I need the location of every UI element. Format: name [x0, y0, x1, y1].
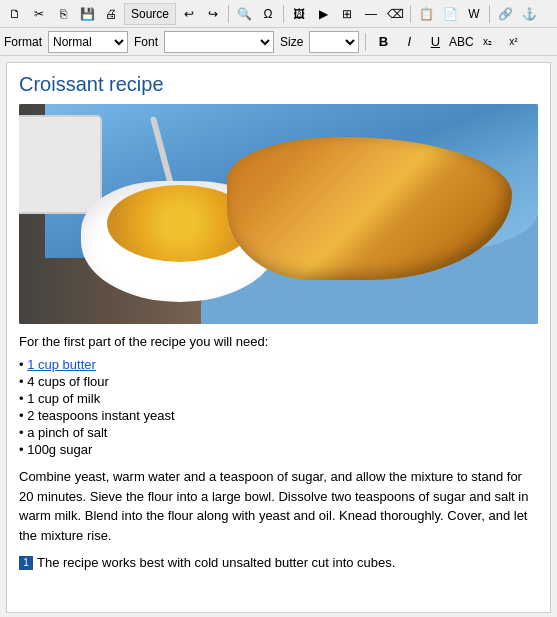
toolbar-row2: Format Normal Font Size B I U ABC x₂ x²	[0, 28, 557, 56]
image-cup	[19, 115, 102, 214]
size-label: Size	[280, 35, 303, 49]
find-button[interactable]: 🔍	[233, 3, 255, 25]
print-button[interactable]: 🖨	[100, 3, 122, 25]
source-label: Source	[131, 7, 169, 21]
format-select[interactable]: Normal	[48, 31, 128, 53]
body-text: Combine yeast, warm water and a teaspoon…	[19, 467, 538, 545]
eraser-button[interactable]: ⌫	[384, 3, 406, 25]
toolbar-row1: 🗋 ✂ ⎘ 💾 🖨 Source ↩ ↪ 🔍 Ω 🖼 ▶ ⊞ — ⌫ 📋 📄 W…	[0, 0, 557, 28]
anchor-button[interactable]: ⚓	[518, 3, 540, 25]
recipe-image-inner	[19, 104, 538, 324]
format-label: Format	[4, 35, 42, 49]
list-item: 1 cup of milk	[19, 391, 538, 406]
redo-button[interactable]: ↪	[202, 3, 224, 25]
bold-button[interactable]: B	[372, 31, 394, 53]
save-button[interactable]: 💾	[76, 3, 98, 25]
table-button[interactable]: ⊞	[336, 3, 358, 25]
underline-button[interactable]: U	[424, 31, 446, 53]
list-item: 2 teaspoons instant yeast	[19, 408, 538, 423]
cut-button[interactable]: ✂	[28, 3, 50, 25]
separator2	[283, 5, 284, 23]
font-label: Font	[134, 35, 158, 49]
copy-button[interactable]: ⎘	[52, 3, 74, 25]
recipe-title: Croissant recipe	[19, 73, 538, 96]
link-button[interactable]: 🔗	[494, 3, 516, 25]
source-button[interactable]: Source	[124, 3, 176, 25]
list-item: 1 cup butter	[19, 357, 538, 372]
separator3	[410, 5, 411, 23]
paste-text-button[interactable]: 📄	[439, 3, 461, 25]
ingredients-list: 1 cup butter 4 cups of flour 1 cup of mi…	[19, 357, 538, 457]
hr-button[interactable]: —	[360, 3, 382, 25]
flash-button[interactable]: ▶	[312, 3, 334, 25]
new-document-button[interactable]: 🗋	[4, 3, 26, 25]
special-char-button[interactable]: Ω	[257, 3, 279, 25]
paste-word-button[interactable]: W	[463, 3, 485, 25]
recipe-image	[19, 104, 538, 324]
list-item: 4 cups of flour	[19, 374, 538, 389]
intro-text: For the first part of the recipe you wil…	[19, 334, 538, 349]
separator4	[489, 5, 490, 23]
paste-button[interactable]: 📋	[415, 3, 437, 25]
editor-area[interactable]: Croissant recipe For the first part of t…	[6, 62, 551, 613]
font-select[interactable]	[164, 31, 274, 53]
list-item: a pinch of salt	[19, 425, 538, 440]
note-row: 1 The recipe works best with cold unsalt…	[19, 555, 538, 570]
note-text: The recipe works best with cold unsalted…	[37, 555, 395, 570]
butter-link[interactable]: 1 cup butter	[27, 357, 96, 372]
list-item: 100g sugar	[19, 442, 538, 457]
image-button[interactable]: 🖼	[288, 3, 310, 25]
subscript-button[interactable]: x₂	[476, 31, 498, 53]
strikethrough-button[interactable]: ABC	[450, 31, 472, 53]
size-select[interactable]	[309, 31, 359, 53]
note-number: 1	[19, 556, 33, 570]
italic-button[interactable]: I	[398, 31, 420, 53]
superscript-button[interactable]: x²	[502, 31, 524, 53]
separator5	[365, 33, 366, 51]
separator1	[228, 5, 229, 23]
undo-button[interactable]: ↩	[178, 3, 200, 25]
